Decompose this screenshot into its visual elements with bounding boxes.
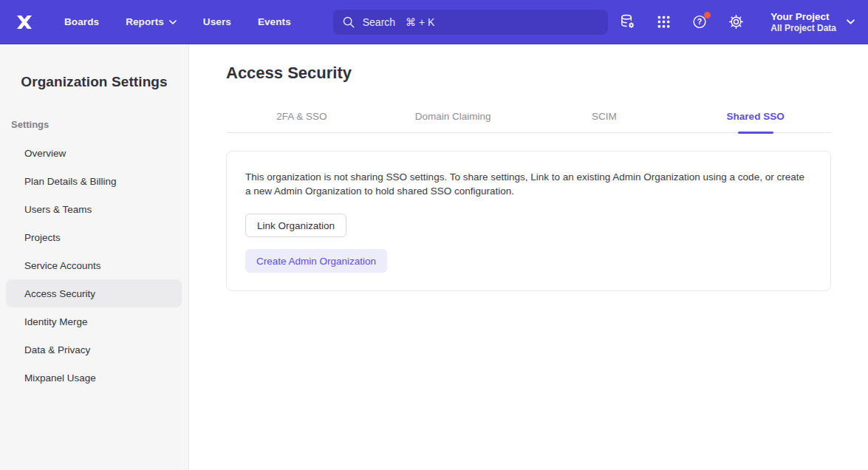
mixpanel-logo-icon[interactable]: [15, 14, 37, 30]
search-shortcut: ⌘ + K: [406, 16, 434, 28]
project-selector[interactable]: Your Project All Project Data: [770, 10, 855, 34]
tab-scim[interactable]: SCIM: [529, 111, 680, 132]
sidebar-item-identity-merge[interactable]: Identity Merge: [6, 307, 182, 336]
apps-grid-button[interactable]: [655, 13, 672, 31]
top-nav: Boards Reports Users Events Search ⌘ + K: [0, 0, 868, 44]
settings-sidebar: Organization Settings Settings Overview …: [0, 44, 189, 470]
nav-right-cluster: ? Your Project All Project Data: [618, 10, 855, 34]
nav-item-users[interactable]: Users: [203, 16, 231, 27]
tab-bar: 2FA & SSO Domain Claiming SCIM Shared SS…: [226, 111, 831, 133]
shared-sso-card: This organization is not sharing SSO set…: [226, 151, 831, 291]
sidebar-item-users-teams[interactable]: Users & Teams: [6, 195, 182, 223]
tab-2fa-sso[interactable]: 2FA & SSO: [226, 111, 377, 132]
nav-item-boards[interactable]: Boards: [64, 16, 99, 27]
sidebar-item-projects[interactable]: Projects: [6, 223, 182, 251]
nav-item-reports-label: Reports: [126, 16, 164, 27]
svg-text:?: ?: [697, 17, 702, 26]
sidebar-item-service-accounts[interactable]: Service Accounts: [6, 251, 182, 279]
nav-item-reports[interactable]: Reports: [126, 16, 177, 27]
sidebar-item-access-security[interactable]: Access Security: [6, 279, 182, 307]
sidebar-item-mixpanel-usage[interactable]: Mixpanel Usage: [6, 364, 182, 392]
create-admin-organization-button[interactable]: Create Admin Organization: [245, 249, 387, 273]
sidebar-nav: Overview Plan Details & Billing Users & …: [0, 139, 188, 392]
apps-grid-icon: [656, 14, 671, 30]
gear-icon: [728, 13, 745, 30]
tab-shared-sso-label: Shared SSO: [727, 111, 785, 122]
sidebar-section-label: Settings: [11, 119, 188, 130]
shared-sso-description: This organization is not sharing SSO set…: [245, 170, 812, 198]
tab-domain-claiming[interactable]: Domain Claiming: [377, 111, 529, 132]
chevron-down-icon: [847, 19, 855, 24]
sidebar-item-data-privacy[interactable]: Data & Privacy: [6, 336, 182, 364]
link-organization-button[interactable]: Link Organization: [245, 214, 346, 237]
data-management-button[interactable]: [618, 13, 636, 31]
page-title: Access Security: [226, 64, 831, 83]
sidebar-item-overview[interactable]: Overview: [6, 139, 182, 167]
tab-shared-sso[interactable]: Shared SSO: [680, 111, 831, 132]
settings-button[interactable]: [727, 13, 745, 31]
nav-item-events[interactable]: Events: [258, 16, 291, 27]
sidebar-title: Organization Settings: [0, 74, 188, 90]
main-nav: Boards Reports Users Events: [64, 16, 291, 27]
help-button[interactable]: ?: [691, 13, 708, 31]
notification-dot: [704, 12, 711, 18]
main-content: Access Security 2FA & SSO Domain Claimin…: [189, 44, 868, 470]
database-gear-icon: [619, 13, 636, 30]
project-name: Your Project: [770, 10, 836, 23]
sidebar-item-plan-details-billing[interactable]: Plan Details & Billing: [6, 167, 182, 195]
project-scope: All Project Data: [770, 23, 836, 34]
search-placeholder: Search: [363, 16, 395, 28]
active-tab-indicator: [738, 132, 773, 134]
search-icon: [342, 16, 355, 29]
search-input[interactable]: Search ⌘ + K: [333, 10, 608, 35]
chevron-down-icon: [169, 20, 177, 24]
